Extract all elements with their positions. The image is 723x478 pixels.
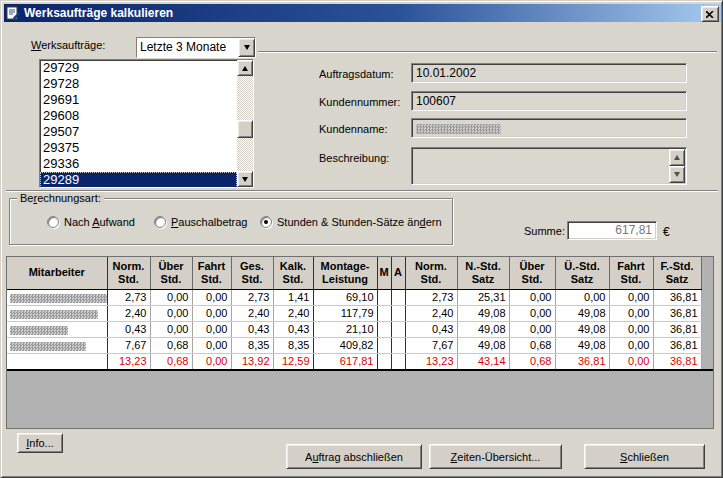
value-cell[interactable] <box>391 289 405 305</box>
schliessen-button[interactable]: Schließen <box>584 444 705 469</box>
listbox-scrollbar[interactable] <box>237 60 253 187</box>
order-list-item[interactable]: 29691 <box>40 92 237 108</box>
combobox-dropdown-button[interactable] <box>238 38 255 57</box>
value-cell[interactable]: 2,40 <box>405 305 457 321</box>
close-button[interactable] <box>701 6 719 22</box>
value-cell[interactable]: 0,00 <box>150 289 192 305</box>
dialog-window: Werksaufträge kalkulieren Werksaufträge:… <box>0 0 723 478</box>
value-cell[interactable]: 1,41 <box>273 289 313 305</box>
value-cell[interactable]: 0,00 <box>609 321 653 337</box>
arrow-down-icon <box>242 177 248 182</box>
value-cell[interactable]: 0,00 <box>509 305 555 321</box>
table-row[interactable]: 2,730,000,002,731,4169,102,7325,310,000,… <box>7 289 701 305</box>
order-list-item[interactable]: 29375 <box>40 140 237 156</box>
value-cell[interactable] <box>377 321 391 337</box>
value-cell[interactable]: 2,73 <box>405 289 457 305</box>
value-cell[interactable]: 0,68 <box>150 337 192 353</box>
value-cell[interactable]: 0,00 <box>150 305 192 321</box>
value-cell[interactable]: 49,08 <box>555 305 609 321</box>
value-cell[interactable]: 49,08 <box>457 305 509 321</box>
order-list-item[interactable]: 29336 <box>40 156 237 172</box>
zeiten-uebersicht-button[interactable]: Zeiten-Übersicht... <box>429 444 562 469</box>
info-button[interactable]: Info... <box>17 433 63 453</box>
value-cell[interactable]: 2,73 <box>231 289 273 305</box>
value-cell[interactable]: 0,00 <box>609 305 653 321</box>
value-cell[interactable]: 409,82 <box>313 337 377 353</box>
value-cell[interactable]: 8,35 <box>231 337 273 353</box>
radio-pauschalbetrag[interactable]: Pauschalbetrag <box>154 216 247 228</box>
value-cell[interactable]: 36,81 <box>653 337 701 353</box>
scroll-up-button[interactable] <box>669 149 685 166</box>
order-list-item[interactable]: 29289 <box>40 172 237 187</box>
value-cell[interactable]: 69,10 <box>313 289 377 305</box>
value-cell[interactable]: 0,00 <box>609 289 653 305</box>
value-cell[interactable]: 0,00 <box>192 289 231 305</box>
value-cell[interactable]: 2,40 <box>107 305 150 321</box>
value-cell[interactable]: 2,40 <box>231 305 273 321</box>
scroll-down-button[interactable] <box>669 166 685 183</box>
radio-label: Stunden & Stunden-Sätze ändern <box>277 216 442 228</box>
value-cell[interactable]: 0,00 <box>150 321 192 337</box>
value-cell[interactable]: 7,67 <box>405 337 457 353</box>
value-cell[interactable]: 0,43 <box>273 321 313 337</box>
value-cell[interactable] <box>377 289 391 305</box>
value-cell[interactable]: 2,40 <box>273 305 313 321</box>
value-cell[interactable]: 0,43 <box>405 321 457 337</box>
scroll-up-button[interactable] <box>237 60 253 76</box>
table-row[interactable]: 7,670,680,008,358,35409,827,6749,080,684… <box>7 337 701 353</box>
order-listbox[interactable]: 2972929728296912960829507293752933629289 <box>39 59 254 188</box>
currency-label: € <box>663 225 670 239</box>
value-cell[interactable] <box>377 337 391 353</box>
value-cell[interactable]: 0,00 <box>609 337 653 353</box>
radio-stunden-saetze-aendern[interactable]: Stunden & Stunden-Sätze ändern <box>260 216 442 228</box>
table-row[interactable]: 0,430,000,000,430,4321,100,4349,080,0049… <box>7 321 701 337</box>
value-cell[interactable] <box>391 337 405 353</box>
arrow-up-icon <box>242 66 248 71</box>
value-cell[interactable]: 49,08 <box>555 321 609 337</box>
value-cell[interactable]: 8,35 <box>273 337 313 353</box>
order-list-item[interactable]: 29608 <box>40 108 237 124</box>
employee-name-redacted <box>7 337 107 353</box>
value-cell[interactable]: 49,08 <box>555 337 609 353</box>
order-list-item[interactable]: 29728 <box>40 76 237 92</box>
value-cell[interactable]: 117,79 <box>313 305 377 321</box>
value-cell[interactable]: 0,00 <box>192 305 231 321</box>
value-cell[interactable]: 36,81 <box>653 289 701 305</box>
auftrag-abschliessen-button[interactable]: Auftrag abschließen <box>286 444 422 469</box>
value-cell[interactable] <box>377 305 391 321</box>
beschreibung-scrollbar[interactable] <box>669 149 685 183</box>
total-cell: 12,59 <box>273 353 313 369</box>
value-cell[interactable]: 0,00 <box>509 289 555 305</box>
value-cell[interactable]: 0,43 <box>231 321 273 337</box>
value-cell[interactable]: 2,73 <box>107 289 150 305</box>
scrollbar-thumb[interactable] <box>237 120 253 138</box>
value-cell[interactable] <box>391 321 405 337</box>
table-row[interactable]: 2,400,000,002,402,40117,792,4049,080,004… <box>7 305 701 321</box>
value-cell[interactable]: 0,00 <box>555 289 609 305</box>
employee-name-redacted <box>7 289 107 305</box>
value-cell[interactable]: 49,08 <box>457 337 509 353</box>
value-cell[interactable]: 49,08 <box>457 321 509 337</box>
auftragsdatum-field: 10.01.2002 <box>411 63 687 83</box>
period-combobox[interactable]: Letzte 3 Monate <box>136 37 256 58</box>
value-cell[interactable]: 0,00 <box>192 321 231 337</box>
order-list-item[interactable]: 29729 <box>40 60 237 76</box>
value-cell[interactable]: 36,81 <box>653 321 701 337</box>
order-list-item[interactable]: 29507 <box>40 124 237 140</box>
scroll-down-button[interactable] <box>237 171 253 187</box>
value-cell[interactable]: 21,10 <box>313 321 377 337</box>
radio-nach-aufwand[interactable]: Nach Aufwand <box>47 216 135 228</box>
value-cell[interactable]: 0,00 <box>509 321 555 337</box>
value-cell[interactable]: 0,43 <box>107 321 150 337</box>
employee-table-body: 2,730,000,002,731,4169,102,7325,310,000,… <box>7 289 701 369</box>
beschreibung-field[interactable] <box>411 147 687 185</box>
kundenname-redacted-value <box>416 124 501 134</box>
value-cell[interactable]: 0,68 <box>509 337 555 353</box>
value-cell[interactable]: 0,00 <box>192 337 231 353</box>
employee-grid[interactable]: MitarbeiterNorm.Std.ÜberStd.FahrtStd.Ges… <box>6 256 714 429</box>
title-bar[interactable]: Werksaufträge kalkulieren <box>4 4 721 22</box>
value-cell[interactable] <box>391 305 405 321</box>
value-cell[interactable]: 36,81 <box>653 305 701 321</box>
value-cell[interactable]: 25,31 <box>457 289 509 305</box>
value-cell[interactable]: 7,67 <box>107 337 150 353</box>
